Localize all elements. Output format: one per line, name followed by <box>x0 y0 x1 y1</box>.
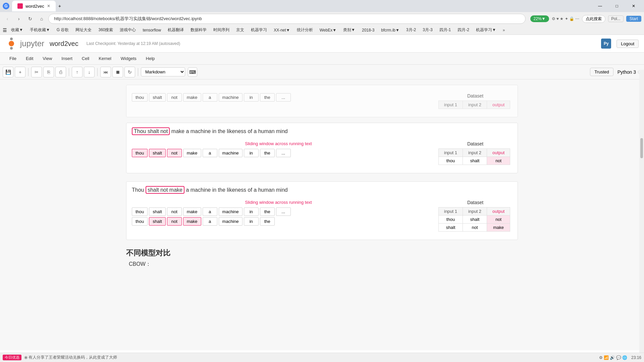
profile-button[interactable]: Pol... <box>608 15 623 22</box>
move-down-button[interactable]: ↓ <box>84 67 95 77</box>
url-bar[interactable]: http://localhost:8888/notebooks/机器学习实战集锦… <box>48 14 526 24</box>
tab-close-button[interactable]: ✕ <box>47 4 50 8</box>
trusted-button[interactable]: Trusted <box>590 68 613 76</box>
bookmark-mar3[interactable]: 3月-3 <box>420 26 435 34</box>
logout-button[interactable]: Logout <box>616 40 639 48</box>
bookmark-ml2[interactable]: 机器学习▼ <box>473 26 499 34</box>
word-cell-2b-a: a <box>203 217 217 226</box>
word-cell-thou: thou <box>132 149 148 157</box>
stop-button[interactable]: ⏹ <box>112 67 123 77</box>
save-button[interactable]: 💾 <box>3 67 13 77</box>
copy-button[interactable]: ⎘ <box>43 67 54 77</box>
bookmark-2018[interactable]: 2018-3 <box>359 27 377 33</box>
bookmark-category[interactable]: 类别▼ <box>340 26 358 34</box>
active-tab[interactable]: word2vec ✕ <box>12 1 56 11</box>
translate-button[interactable]: 22%▼ <box>530 15 549 22</box>
start-button[interactable]: Start <box>626 16 641 22</box>
bookmark-stats[interactable]: 统计分析 <box>294 26 316 34</box>
bookmark-mar2[interactable]: 3月-2 <box>404 26 419 34</box>
bookmark-google[interactable]: G 谷歌 <box>54 26 72 34</box>
bookmark-translate[interactable]: 机器翻译 <box>165 26 186 34</box>
move-up-button[interactable]: ↑ <box>72 67 83 77</box>
minimize-button[interactable]: — <box>592 1 608 11</box>
chinese-heading-section: 不同模型对比 CBOW： <box>126 248 518 268</box>
notebook-title[interactable]: word2vec <box>50 40 78 48</box>
dataset-table-1: input 1 input 2 output thou shalt not <box>438 148 510 165</box>
bookmark-360[interactable]: 360搜索 <box>96 26 116 34</box>
sliding-window-label-1: Sliding window across running text <box>132 141 425 146</box>
bookmark-apr2[interactable]: 四月-2 <box>455 26 472 34</box>
bookmark-tf[interactable]: tensorflow <box>140 27 164 33</box>
jupyter-logo-icon <box>5 38 17 50</box>
run-button[interactable]: ↻ <box>124 67 135 77</box>
menu-view[interactable]: View <box>39 55 56 62</box>
url-text: http://localhost:8888/notebooks/机器学习实战集锦… <box>54 16 202 22</box>
bookmark-apr1[interactable]: 四月-1 <box>437 26 454 34</box>
menu-edit[interactable]: Edit <box>22 55 37 62</box>
keyboard-shortcut-button[interactable]: ⌨ <box>188 67 197 77</box>
paste-button[interactable]: ⎙ <box>55 67 66 77</box>
word-cell: make <box>183 93 201 102</box>
word-cell-make: make <box>183 149 201 157</box>
word-cell-2a-the: the <box>260 207 275 216</box>
bookmarks-more[interactable]: » <box>500 27 508 33</box>
word-cell-2b-machine: machine <box>219 217 243 226</box>
bookmark-timeseries[interactable]: 时间序列 <box>211 26 232 34</box>
today-label: 今日优选 <box>3 355 21 360</box>
bookmark-datascience[interactable]: 数据科学 <box>188 26 209 34</box>
run-previous-button[interactable]: ⏮ <box>100 67 111 77</box>
cut-button[interactable]: ✂ <box>31 67 42 77</box>
bookmark-bfcrm[interactable]: bfcrm.ib▼ <box>378 27 402 33</box>
word-cell-shalt: shalt <box>149 149 165 157</box>
word-cell-a: a <box>203 149 217 157</box>
word-cell: machine <box>219 93 243 102</box>
bookmark-favorites[interactable]: 收藏▼ <box>8 26 26 34</box>
forward-button[interactable]: › <box>14 14 23 23</box>
bookmark-mobile[interactable]: 手机收藏▼ <box>27 26 53 34</box>
s1-col-input2: input 2 <box>463 149 487 157</box>
s2-row1-col1: thou <box>439 216 463 224</box>
bookmarks-menu-icon[interactable]: ☰ <box>3 27 7 33</box>
jupyter-logo: jupyter <box>5 38 44 50</box>
menu-kernel[interactable]: Kernel <box>95 55 115 62</box>
close-button[interactable]: ✕ <box>626 1 641 11</box>
maximize-button[interactable]: □ <box>609 1 625 11</box>
word-cell-2a-make: make <box>183 207 201 216</box>
word-cell-2a-shalt: shalt <box>149 207 165 216</box>
bookmark-ml[interactable]: 机器学习 <box>248 26 270 34</box>
bookmark-urls[interactable]: 网址大全 <box>73 26 94 34</box>
search-bar[interactable]: 点此搜索 <box>582 15 605 23</box>
refresh-button[interactable]: ↻ <box>25 14 35 23</box>
bookmark-webex[interactable]: WebEx▼ <box>317 27 339 33</box>
svg-point-1 <box>10 38 13 40</box>
s2-row1-col2: shalt <box>463 216 487 224</box>
bookmark-games[interactable]: 游戏中心 <box>117 26 139 34</box>
col-input1: input 1 <box>439 101 463 109</box>
scrollbar-thumb[interactable] <box>640 138 643 158</box>
back-button[interactable]: ‹ <box>3 14 12 23</box>
toolbar-separator-3 <box>97 68 98 76</box>
bookmark-jingwen[interactable]: 京文 <box>233 26 247 34</box>
tab-label: word2vec <box>25 4 44 9</box>
menu-insert[interactable]: Insert <box>57 55 76 62</box>
start-label: Start <box>630 16 638 21</box>
home-button[interactable]: ⌂ <box>37 14 46 23</box>
menu-help[interactable]: Help <box>142 55 159 62</box>
word-cell: in <box>244 93 259 102</box>
add-cell-button[interactable]: + <box>15 67 25 77</box>
new-tab-button[interactable]: + <box>56 2 64 10</box>
word-cell: ... <box>276 93 291 102</box>
menu-file[interactable]: File <box>5 55 20 62</box>
profile-label: Pol... <box>611 16 620 21</box>
word-cell-machine: machine <box>219 149 243 157</box>
s1-col-output: output <box>487 149 510 157</box>
cell-type-dropdown[interactable]: Markdown Code Raw NBConvert <box>141 67 185 76</box>
s2-col-input1: input 1 <box>439 207 463 216</box>
cell-section2: Thou shalt not make a machine in the lik… <box>126 181 518 240</box>
chinese-heading: 不同模型对比 <box>126 248 518 258</box>
bookmark-xxnet[interactable]: XX-net▼ <box>271 27 293 33</box>
menu-widgets[interactable]: Widgets <box>117 55 141 62</box>
menu-cell[interactable]: Cell <box>78 55 93 62</box>
word-cell: the <box>260 93 275 102</box>
scrollbar[interactable] <box>639 70 644 353</box>
